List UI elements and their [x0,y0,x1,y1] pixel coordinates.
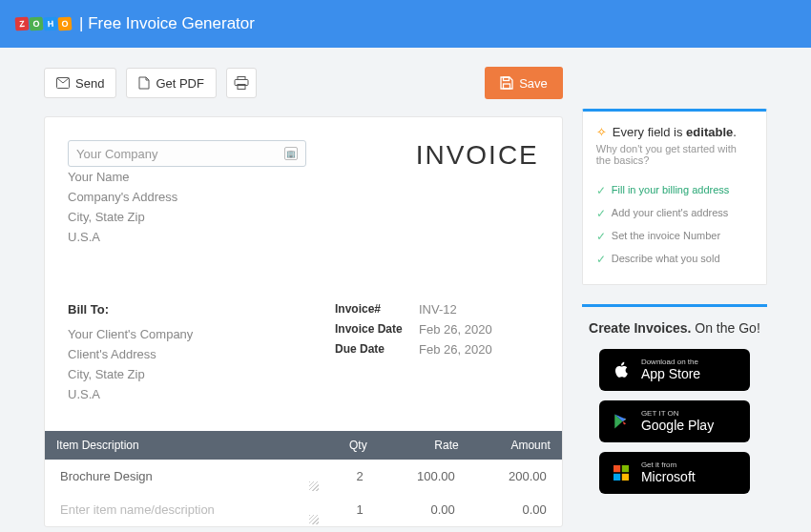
invoice-number-label: Invoice# [335,302,419,317]
client-address[interactable]: Client's Address [68,344,335,364]
blank-qty[interactable]: 1 [324,493,379,526]
building-icon: 🏢 [284,147,298,160]
blank-amount[interactable]: 0.00 [470,493,562,526]
bulb-icon: ✧ [596,125,607,139]
apple-icon [611,359,632,380]
invoice-date-label: Invoice Date [335,322,419,337]
app-header: ZOHO | Free Invoice Generator [0,0,811,48]
check-icon: ✓ [596,230,606,243]
send-button[interactable]: Send [44,68,116,98]
item-desc-placeholder[interactable]: Enter item name/description [60,502,215,517]
check-icon: ✓ [596,207,606,220]
due-date-label: Due Date [335,342,419,357]
invoice-card: Your Company 🏢 Your Name Company's Addre… [44,116,563,527]
item-qty[interactable]: 2 [324,460,379,493]
tips-heading-prefix: Every field is [613,125,686,139]
invoice-heading[interactable]: INVOICE [416,140,539,171]
invoice-number[interactable]: INV-12 [419,302,457,317]
microsoft-store-button[interactable]: Get it fromMicrosoft [599,452,750,494]
from-address[interactable]: Company's Address [68,187,306,207]
google-play-button[interactable]: GET IT ONGoogle Play [599,400,750,442]
item-amount[interactable]: 200.00 [470,460,562,493]
svg-rect-8 [613,474,620,481]
tips-card: ✧ Every field is editable. Why don't you… [582,109,767,285]
save-button[interactable]: Save [485,67,563,99]
client-company[interactable]: Your Client's Company [68,324,335,344]
from-city[interactable]: City, State Zip [68,207,306,227]
sidebar: ✧ Every field is editable. Why don't you… [582,67,767,503]
svg-rect-5 [504,77,509,81]
th-rate: Rate [379,431,470,460]
item-desc[interactable]: Brochure Design [60,469,153,483]
tip-item: ✓Add your client's address [596,202,753,225]
line-items-table: Item Description Qty Rate Amount Brochur… [45,431,562,526]
tips-subheading: Why don't you get started with the basic… [596,143,753,166]
svg-rect-6 [613,465,620,472]
check-icon: ✓ [596,184,606,197]
resize-handle-icon[interactable] [309,481,319,491]
tips-heading-bold: editable [686,125,733,139]
due-date[interactable]: Feb 26, 2020 [419,342,492,357]
table-row: Brochure Design 2 100.00 200.00 [45,460,562,493]
promo-section: Create Invoices. On the Go! Download on … [582,304,767,494]
app-store-button[interactable]: Download on theApp Store [599,349,750,391]
from-name[interactable]: Your Name [68,167,306,187]
client-city[interactable]: City, State Zip [68,364,335,384]
item-rate[interactable]: 100.00 [379,460,470,493]
table-row-blank: Enter item name/description 1 0.00 0.00 [45,493,562,526]
svg-rect-7 [622,465,629,472]
blank-rate[interactable]: 0.00 [379,493,470,526]
toolbar: Send Get PDF Save [44,67,563,99]
invoice-date[interactable]: Feb 26, 2020 [419,322,492,337]
resize-handle-icon[interactable] [309,515,319,524]
from-country[interactable]: U.S.A [68,227,306,247]
client-country[interactable]: U.S.A [68,384,335,404]
tip-item: ✓Fill in your billing address [596,179,753,202]
svg-rect-4 [504,84,510,89]
print-button[interactable] [226,68,257,98]
promo-title: Create Invoices. On the Go! [582,320,767,336]
svg-rect-9 [622,474,629,481]
company-placeholder: Your Company [76,147,158,161]
app-title: Free Invoice Generator [88,14,255,32]
main-column: Send Get PDF Save [44,67,563,527]
th-description: Item Description [45,431,324,460]
company-input[interactable]: Your Company 🏢 [68,140,306,167]
google-play-icon [611,411,632,432]
printer-icon [234,76,249,90]
logo: ZOHO | Free Invoice Generator [15,14,255,33]
tip-item: ✓Set the invoice Number [596,225,753,248]
save-icon [500,76,513,90]
mail-icon [56,77,70,89]
check-icon: ✓ [596,253,606,266]
get-pdf-button[interactable]: Get PDF [126,68,217,98]
th-qty: Qty [324,431,379,460]
document-icon [138,76,150,90]
th-amount: Amount [470,431,562,460]
tip-item: ✓Describe what you sold [596,248,753,271]
microsoft-icon [611,462,632,483]
bill-to-label: Bill To: [68,302,335,317]
zoho-logo-icon: ZOHO [15,17,72,31]
